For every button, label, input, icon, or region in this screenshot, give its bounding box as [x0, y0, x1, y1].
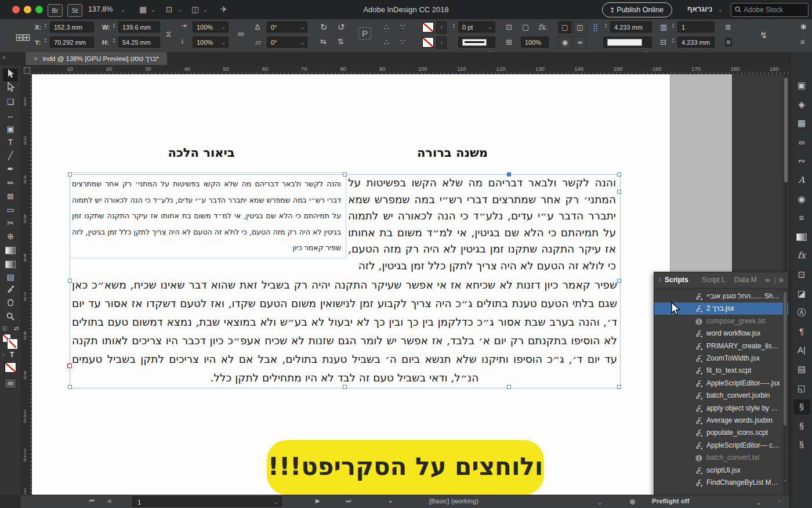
document-tab[interactable]: ×indd @ 138% [GPU Preview].ברך טסט* — [26, 52, 167, 65]
layers-panel-icon[interactable]: ◈ — [793, 97, 810, 112]
frame-fitting-icon[interactable]: ⣿ — [593, 23, 599, 31]
page-tool[interactable]: ❏ — [3, 95, 18, 108]
script-item[interactable]: batch_convert.jsxbin — [654, 390, 788, 402]
columns-field[interactable]: 1 — [677, 21, 715, 33]
select-container-badge[interactable]: P — [358, 27, 371, 39]
constrain-dimensions-icon[interactable]: ⧖ — [166, 30, 171, 39]
fill-flyout-button[interactable]: › — [436, 21, 447, 34]
view-mode-button[interactable] — [5, 379, 16, 388]
rotate-ccw-icon[interactable]: ↺ — [338, 22, 345, 33]
select-previous-object-icon[interactable]: ∵ — [400, 23, 405, 31]
script-item[interactable]: FindChangeByList Modifie... — [654, 477, 788, 489]
display-performance-chevron-icon[interactable]: ⌄ — [597, 499, 602, 506]
glyphs-panel-icon[interactable]: A — [793, 172, 810, 188]
zoom-tool[interactable] — [3, 311, 18, 324]
effects-icon[interactable]: fx. — [538, 23, 548, 31]
vertical-justify-top-icon[interactable]: ≣ — [725, 23, 731, 31]
type-tool[interactable]: T — [3, 136, 18, 149]
pen-tool[interactable]: ✒ — [3, 163, 18, 175]
script-item[interactable]: batch_convert.txt — [654, 452, 788, 464]
reference-point-proxy[interactable]: ⊞⊞ — [15, 31, 30, 44]
content-collector-tool[interactable]: ▣ — [3, 123, 18, 135]
page-number-dropdown[interactable]: 1 ⌄ — [132, 496, 282, 507]
display-performance-label[interactable]: [Basic] (working) — [429, 498, 478, 505]
frame-handle-top-left[interactable] — [68, 172, 72, 176]
script-item[interactable]: compose_greek.txt — [654, 315, 788, 327]
script-item[interactable]: AppleScriptEditor--- copy... — [654, 439, 788, 452]
inset-field[interactable]: 4.233 mm — [610, 21, 652, 33]
horizontal-ruler[interactable]: 1020304050607080901001101201301401501601… — [21, 65, 789, 75]
script-item[interactable]: populate_icons.scpt — [654, 427, 788, 439]
cc-libraries-panel-icon[interactable]: ∞ — [793, 135, 810, 150]
gutter-stepper[interactable]: ▴▾ — [670, 38, 676, 44]
select-parent-icon[interactable]: ∵ — [400, 38, 405, 46]
formatting-affects-text-icon[interactable]: T — [10, 351, 14, 359]
x-stepper[interactable]: ▴▾ — [43, 23, 48, 28]
tab-script-label[interactable]: Script L — [702, 272, 730, 288]
corner-shape-icon[interactable]: ▢ — [522, 23, 529, 31]
paragraph-styles-panel-icon[interactable]: ◪ — [793, 286, 810, 301]
workspace-switcher[interactable]: ניוגראף — [687, 5, 712, 13]
gutter-field[interactable]: 4.233 mm — [677, 37, 715, 48]
object-styles-panel-icon[interactable]: ⊡ — [793, 267, 810, 282]
flip-horizontal-icon[interactable]: ⇆ — [320, 37, 327, 46]
eyedropper-tool[interactable] — [3, 284, 18, 297]
quick-apply-lightning-icon[interactable]: ↯ — [760, 30, 767, 41]
tab-data-merge[interactable]: Data M — [734, 272, 760, 288]
shear-field[interactable]: 0°⌄ — [267, 37, 307, 48]
panel-expand-chevrons-icon[interactable]: » — [2, 54, 6, 60]
w-stepper[interactable]: ▴▾ — [111, 23, 117, 28]
effects-panel-icon[interactable]: fx — [793, 248, 810, 263]
h-field[interactable]: 54.25 mm — [118, 37, 160, 48]
tab-scripts[interactable]: Scripts — [665, 272, 688, 288]
panel-collapse-icon[interactable]: ⇕ — [658, 272, 662, 288]
scale-x-field[interactable]: 100%⌄ — [193, 21, 229, 33]
rotate-cw-icon[interactable]: ↻ — [320, 22, 328, 33]
pencil-tool[interactable]: ✏ — [3, 176, 18, 189]
gradient-panel-icon[interactable] — [793, 229, 810, 244]
character-panel-icon[interactable]: A| — [793, 343, 810, 358]
rotation-field[interactable]: 0°⌄ — [267, 21, 307, 33]
data-merge-panel-icon[interactable]: § — [793, 437, 810, 452]
columns-stepper[interactable]: ▴▾ — [670, 23, 676, 28]
script-item[interactable]: AppleScriptEditor----.jsx — [654, 377, 788, 390]
inset-stepper[interactable]: ▴▾ — [603, 23, 608, 28]
w-field[interactable]: 139.6 mm — [118, 21, 160, 33]
script-item[interactable]: החל סגנון אוביי...... Shift+F12 — [654, 290, 788, 302]
stroke-weight-stepper[interactable]: ▴▾ — [451, 23, 456, 28]
formatting-affects-container-icon[interactable]: ▫ — [2, 352, 5, 358]
tab-overflow-icon[interactable]: ≫ — [764, 272, 770, 288]
rectangle-tool[interactable]: ▭ — [3, 203, 18, 216]
frame-handle-right-upper[interactable] — [617, 190, 621, 194]
y-field[interactable]: 70.292 mm — [50, 37, 94, 48]
previous-page-button[interactable]: ◀ — [107, 498, 111, 504]
pages-panel-icon[interactable]: ▣ — [793, 78, 810, 93]
script-item[interactable]: PRIMARY_create_listings_... — [654, 340, 788, 352]
preflight-label[interactable]: Preflight off — [652, 498, 690, 505]
wrap-around-bounding-box-icon[interactable]: ◫ — [573, 21, 587, 34]
preflight-chevron-icon[interactable]: ⌄ — [756, 499, 761, 506]
adobe-stock-search-input[interactable]: Adobe Stock — [731, 3, 809, 17]
workspace-chevron-icon[interactable]: ⌄ — [718, 7, 723, 13]
frame-handle-bottom-right[interactable] — [617, 385, 621, 389]
links-panel-icon[interactable]: ▦ — [793, 116, 810, 131]
script-item[interactable]: Average words.jsxbin — [654, 415, 788, 427]
frame-handle-top-center[interactable] — [507, 172, 511, 176]
scale-y-field[interactable]: 100%⌄ — [193, 37, 229, 48]
gradient-feather-tool[interactable] — [3, 257, 18, 270]
free-transform-tool[interactable]: ⊕ — [3, 230, 18, 243]
constrain-scale-icon[interactable]: ∞ — [238, 28, 244, 38]
scripts-scrollbar[interactable] — [783, 290, 787, 498]
frame-handle-bottom-left[interactable] — [68, 385, 72, 389]
stroke-swatch-none[interactable] — [422, 37, 434, 48]
ruler-origin-corner[interactable] — [21, 65, 32, 74]
stroke-flyout-button[interactable]: › — [436, 37, 447, 49]
vertical-justify-bottom-icon[interactable]: ≡ — [725, 38, 732, 46]
stroke-panel-icon[interactable]: ≡ — [793, 210, 810, 225]
last-page-button[interactable]: ⏭ — [346, 498, 351, 505]
direct-selection-tool[interactable] — [3, 82, 18, 95]
text-frame-out-port[interactable] — [67, 363, 72, 368]
panel-menu-icon[interactable]: ≡ — [779, 272, 784, 288]
fill-swatch-none[interactable] — [422, 22, 434, 33]
hyperlinks-panel-icon[interactable]: ∾ — [793, 153, 810, 168]
